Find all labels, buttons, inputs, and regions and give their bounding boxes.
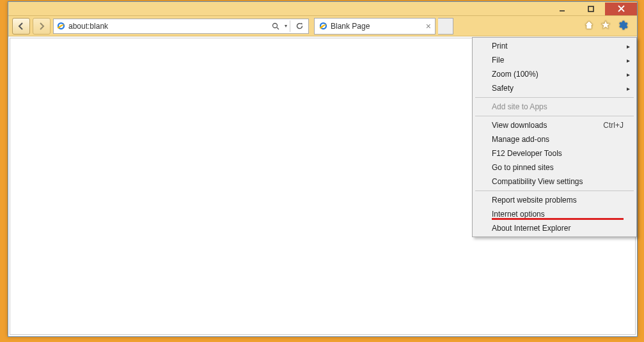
home-icon[interactable]: [584, 20, 594, 33]
svg-point-5: [273, 23, 278, 27]
menu-internet-options[interactable]: Internet options: [474, 207, 635, 221]
forward-button[interactable]: [33, 18, 51, 35]
minimize-button[interactable]: [547, 3, 576, 15]
browser-window: ▾ Blank Page ×: [8, 1, 638, 337]
tab-close-icon[interactable]: ×: [426, 21, 431, 31]
menu-separator: [475, 116, 634, 116]
ie-logo-icon: [318, 21, 328, 31]
close-button[interactable]: [605, 3, 637, 15]
menu-view-downloads[interactable]: View downloadsCtrl+J: [474, 118, 635, 132]
tools-menu: Print File Zoom (100%) Safety Add site t…: [472, 37, 637, 237]
menu-f12-developer-tools[interactable]: F12 Developer Tools: [474, 146, 635, 160]
tab-title: Blank Page: [331, 22, 423, 31]
window-titlebar: [8, 2, 637, 16]
menu-report-problems[interactable]: Report website problems: [474, 193, 635, 207]
svg-line-6: [277, 27, 279, 29]
tools-gear-icon[interactable]: [617, 20, 628, 33]
menu-compatibility-view[interactable]: Compatibility View settings: [474, 175, 635, 189]
menu-about-ie[interactable]: About Internet Explorer: [474, 221, 635, 235]
url-input[interactable]: [68, 22, 267, 31]
menu-manage-addons[interactable]: Manage add-ons: [474, 132, 635, 146]
menu-pinned-sites[interactable]: Go to pinned sites: [474, 160, 635, 175]
menu-zoom[interactable]: Zoom (100%): [474, 67, 635, 81]
svg-rect-1: [588, 6, 593, 12]
address-bar[interactable]: ▾: [53, 19, 309, 34]
search-chevron-icon[interactable]: ▾: [285, 23, 287, 29]
menu-file[interactable]: File: [474, 53, 635, 67]
back-button[interactable]: [12, 18, 30, 35]
maximize-button[interactable]: [576, 3, 605, 15]
refresh-button[interactable]: [293, 20, 306, 33]
chrome-icon-tray: [584, 20, 633, 33]
new-tab-button[interactable]: [438, 18, 453, 35]
menu-safety[interactable]: Safety: [474, 81, 635, 95]
menu-separator: [475, 190, 634, 191]
ie-logo-icon: [56, 21, 66, 31]
search-dropdown-icon[interactable]: [269, 20, 282, 33]
menu-separator: [475, 97, 634, 98]
favorites-icon[interactable]: [601, 20, 611, 33]
browser-tab[interactable]: Blank Page ×: [314, 18, 436, 35]
menu-add-site-to-apps: Add site to Apps: [474, 100, 635, 114]
separator: [290, 20, 290, 32]
menu-print[interactable]: Print: [474, 39, 635, 53]
navigation-toolbar: ▾ Blank Page ×: [8, 16, 637, 36]
